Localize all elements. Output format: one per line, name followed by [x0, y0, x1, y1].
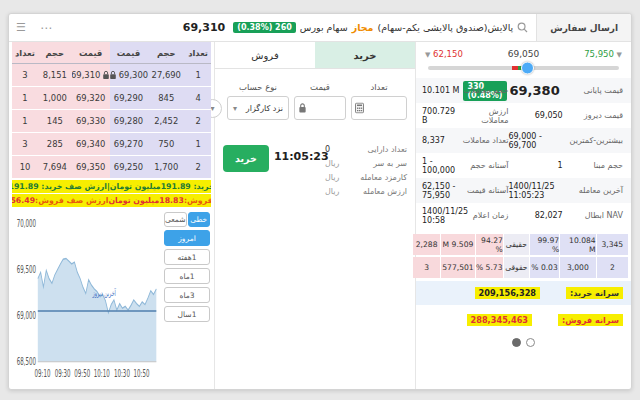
order-action-row: تعداد دارایی0سر به سرریالکارمزد معاملهری… — [223, 142, 407, 198]
investor-row: 23,0000.03 %حقوقی5.73 %577,5013 — [419, 257, 628, 278]
sell-cell[interactable]: 1 — [12, 87, 38, 110]
quantity-input[interactable] — [351, 96, 407, 120]
sell-cell[interactable]: 10 — [12, 156, 38, 179]
buy-cell[interactable]: 69,280 — [110, 110, 148, 133]
chart-type-button[interactable]: خطی — [188, 212, 211, 227]
calculator-icon[interactable] — [355, 103, 364, 114]
buy-cell[interactable]: 69,300 — [110, 64, 148, 87]
chart-type-button[interactable]: شمعی — [164, 212, 187, 227]
chart-range-button[interactable]: 1هفته — [164, 249, 210, 265]
order-info-row: سر به سرریال — [325, 156, 407, 170]
buy-cell[interactable]: 1 — [185, 133, 211, 156]
lock-icon[interactable] — [298, 103, 307, 114]
chart-range-button[interactable]: امروز — [164, 230, 210, 246]
chevron-down-icon: ▾ — [233, 104, 237, 113]
stat-label: تعداد معاملات — [460, 136, 508, 145]
buy-cell[interactable]: 69,270 — [110, 133, 148, 156]
sell-cell[interactable]: 1 — [12, 110, 38, 133]
intraday-chart: 70,00069,50069,00068,50009:1009:3009:501… — [13, 212, 160, 387]
slider-track[interactable] — [428, 66, 619, 70]
chart-annotation: آخرین دیروز — [92, 288, 117, 299]
stat-label: آخرین معامله — [563, 186, 623, 195]
buy-cell[interactable]: 1 — [185, 64, 211, 87]
chart-range-button[interactable]: 3ماه — [164, 287, 210, 303]
sell-queue-text: 18.83میلیون تومان — [108, 196, 184, 205]
order-entry-window: ارسال سفارش پالایش(صندوق پالایشی یکم-سها… — [8, 13, 632, 390]
price-chart-section: خطیشمعی امروز1هفته1ماه3ماه1سال 70,00069,… — [12, 207, 211, 389]
buy-cell[interactable]: 4 — [185, 87, 211, 110]
price-input[interactable] — [294, 96, 346, 120]
stat-value: 1 - 100,000 — [422, 157, 460, 175]
order-book-row: 21,70069,25069,3507,69410 — [12, 156, 211, 179]
buy-cell[interactable]: 69,250 — [110, 156, 148, 179]
sell-cell[interactable]: 69,320 — [72, 87, 110, 110]
search-icon[interactable] — [517, 22, 528, 33]
investor-cell: 99.97 % — [530, 234, 559, 255]
pagination-dot[interactable] — [526, 338, 535, 347]
stat-value: 69,050 — [508, 111, 562, 120]
y-axis-tick: 69,500 — [17, 263, 36, 275]
account-type-value: نزد کارگزار — [246, 104, 283, 113]
pagination-dot[interactable] — [512, 338, 521, 347]
buy-cell[interactable]: 750 — [147, 133, 185, 156]
sell-cell[interactable]: 145 — [38, 110, 72, 133]
stat-value: 1400/11/25 10:58 — [422, 207, 460, 225]
stat-label: آستانه قیمت — [460, 186, 508, 195]
buy-cell[interactable]: 2 — [185, 156, 211, 179]
chart-range-button[interactable]: 1سال — [164, 306, 210, 322]
stats-row: بیشترین-کمترین69,000 - 69,700تعداد معامل… — [416, 128, 631, 153]
investor-cell: 10.084 M — [560, 234, 596, 255]
sell-cell[interactable]: 1,000 — [38, 87, 72, 110]
account-label: نوع حساب — [227, 82, 289, 92]
slider-handle[interactable] — [521, 62, 534, 75]
order-book-col-header: حجم — [38, 42, 72, 64]
x-axis-tick: 09:10 — [35, 367, 51, 379]
sell-cell[interactable]: 69,340 — [72, 133, 110, 156]
buy-cell[interactable]: 2,452 — [147, 110, 185, 133]
order-book-col-header: قیمت — [110, 42, 148, 64]
symbol-name: پالایش(صندوق پالایشی یکم-سهام) — [377, 22, 513, 33]
sell-cell[interactable]: 3 — [12, 133, 38, 156]
sell-cell[interactable]: 8,151 — [38, 64, 72, 87]
x-axis-tick: 09:30 — [55, 367, 71, 379]
order-tabs: خرید فروش — [215, 42, 415, 69]
last-price: 69,310 — [183, 21, 225, 34]
stat-value: 10.101 M — [422, 86, 460, 95]
investor-cell: 2,288 — [413, 234, 440, 255]
buy-cell[interactable]: 845 — [147, 87, 185, 110]
range-high: 75,950 ▼ — [584, 49, 622, 59]
account-type-select[interactable]: نزد کارگزار ▾ — [227, 96, 289, 120]
hamburger-icon[interactable]: ☰ — [16, 21, 26, 34]
order-info-label: کارمزد معامله — [360, 173, 407, 182]
price-range-slider: ▼ 62,150 69,050 75,950 ▼ — [416, 42, 631, 78]
sell-queue-text: 56.49میلیون تومان — [12, 196, 35, 205]
buy-submit-button[interactable]: خرید — [223, 145, 269, 172]
chart-range-button[interactable]: 1ماه — [164, 268, 210, 284]
tab-send-order[interactable]: ارسال سفارش — [536, 14, 631, 41]
closing-price-value: 69,380 — [510, 83, 560, 98]
sell-cell[interactable]: 7,694 — [38, 156, 72, 179]
sell-cell[interactable]: 3 — [12, 64, 38, 87]
ellipsis-icon[interactable]: ⋯ — [40, 21, 52, 35]
sell-cell[interactable]: 69,350 — [72, 156, 110, 179]
lock-icon — [102, 64, 110, 87]
stat-label: حجم معاملات — [460, 86, 508, 95]
investor-cell: 5.73 % — [476, 257, 503, 278]
tab-buy[interactable]: خرید — [315, 42, 415, 68]
tab-sell[interactable]: فروش — [215, 42, 315, 68]
stat-value: 700.729 B — [422, 107, 460, 125]
x-axis-tick: 09:50 — [74, 367, 90, 379]
buy-cell[interactable]: 27,690 — [147, 64, 185, 87]
order-book-rows: 127,69069,30069,3108,1513484569,29069,32… — [12, 64, 211, 179]
buy-cell[interactable]: 69,290 — [110, 87, 148, 110]
sell-cell[interactable]: 69,330 — [72, 110, 110, 133]
market-name: سهام بورس — [300, 22, 348, 33]
sell-cell[interactable]: 285 — [38, 133, 72, 156]
buy-cell[interactable]: 2 — [185, 110, 211, 133]
buy-cell[interactable]: 1,700 — [147, 156, 185, 179]
market-stats-panel: ▼ 62,150 69,050 75,950 ▼ قیمت پایانی330 … — [415, 42, 631, 389]
order-form-body: تعداد قیمت نوع حساب — [215, 69, 415, 389]
investor-cell: 577,501 — [441, 257, 474, 278]
order-book-col-header: تعداد — [185, 42, 211, 64]
sell-cell[interactable]: 69,310 — [72, 64, 110, 87]
